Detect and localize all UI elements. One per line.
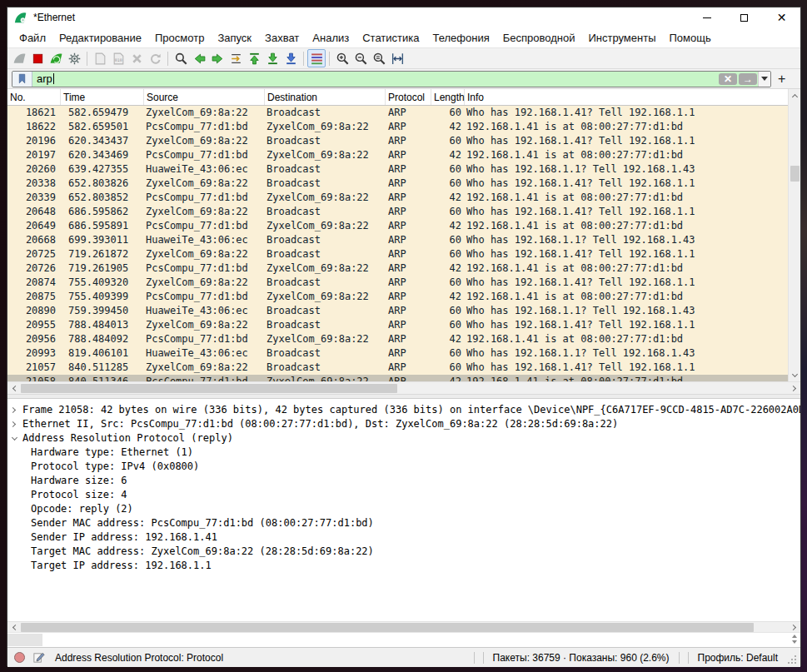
detail-line[interactable]: Target MAC address: ZyxelCom_69:8a:22 (2…	[7, 545, 800, 559]
packet-row[interactable]: 18621582.659479ZyxelCom_69:8a:22Broadcas…	[7, 106, 790, 120]
menu-item-статистика[interactable]: Статистика	[356, 29, 426, 47]
profile-button[interactable]: Профиль: Default	[698, 652, 779, 664]
find-packet-icon[interactable]	[172, 49, 190, 67]
auto-scroll-icon[interactable]	[281, 49, 300, 67]
packet-row[interactable]: 20955788.484013ZyxelCom_69:8a:22Broadcas…	[7, 318, 790, 332]
display-filter-input[interactable]: arp	[32, 72, 718, 87]
cell-length: 42	[431, 332, 465, 346]
detail-line[interactable]: Sender IP address: 192.168.1.41	[7, 530, 800, 545]
scroll-up-icon[interactable]	[792, 635, 797, 638]
go-last-icon[interactable]	[263, 49, 281, 67]
capture-options-icon[interactable]	[65, 49, 83, 67]
scroll-left-icon[interactable]	[7, 382, 20, 395]
column-header-time[interactable]: Time	[61, 89, 144, 105]
column-header-protocol[interactable]: Protocol	[386, 89, 431, 105]
mini-scroll-thumb[interactable]	[7, 634, 42, 646]
packet-row[interactable]: 20725719.261872ZyxelCom_69:8a:22Broadcas…	[7, 247, 790, 261]
packet-row[interactable]: 20890759.399450HuaweiTe_43:06:ecBroadcas…	[7, 304, 790, 318]
cell-source: PcsCompu_77:d1:bd	[144, 261, 265, 276]
go-first-icon[interactable]	[245, 49, 263, 67]
detail-line[interactable]: Target IP address: 192.168.1.1	[7, 559, 800, 573]
menu-item-анализ[interactable]: Анализ	[306, 29, 356, 47]
minimize-button[interactable]	[688, 7, 725, 27]
packet-row[interactable]: 18622582.659501PcsCompu_77:d1:bdZyxelCom…	[7, 120, 790, 134]
filter-bookmark-button[interactable]	[12, 72, 32, 87]
expert-info-button[interactable]	[14, 652, 25, 663]
go-forward-icon[interactable]	[208, 49, 227, 67]
packet-row[interactable]: 20648686.595862ZyxelCom_69:8a:22Broadcas…	[7, 205, 790, 219]
details-hscrollbar[interactable]	[7, 621, 800, 632]
go-back-icon[interactable]	[190, 49, 208, 67]
close-button[interactable]: ✕	[763, 7, 800, 27]
maximize-button[interactable]	[725, 7, 763, 27]
detail-line[interactable]: Ethernet II, Src: PcsCompu_77:d1:bd (08:…	[7, 417, 800, 431]
detail-line[interactable]: Address Resolution Protocol (reply)	[7, 431, 800, 446]
stop-capture-icon[interactable]	[28, 49, 47, 67]
detail-line[interactable]: Opcode: reply (2)	[7, 502, 800, 516]
menu-item-запуск[interactable]: Запуск	[211, 29, 258, 47]
colorize-icon[interactable]	[307, 49, 326, 67]
packet-row[interactable]: 20339652.803852PcsCompu_77:d1:bdZyxelCom…	[7, 191, 790, 205]
menu-item-редактирование[interactable]: Редактирование	[52, 29, 148, 47]
cell-protocol: ARP	[386, 318, 431, 332]
column-header-destination[interactable]: Destination	[265, 89, 386, 105]
packet-row[interactable]: 20875755.409399PcsCompu_77:d1:bdZyxelCom…	[7, 290, 790, 304]
packet-row[interactable]: 20196620.343437ZyxelCom_69:8a:22Broadcas…	[7, 134, 790, 148]
menu-item-помощь[interactable]: Помощь	[663, 29, 718, 47]
column-header-info[interactable]: Info	[465, 89, 800, 105]
hscroll-thumb[interactable]	[21, 384, 397, 393]
detail-line[interactable]: Sender MAC address: PcsCompu_77:d1:bd (0…	[7, 516, 800, 530]
detail-line[interactable]: Frame 21058: 42 bytes on wire (336 bits)…	[7, 403, 800, 417]
packet-row[interactable]: 21058840.511346PcsCompu_77:d1:bdZyxelCom…	[7, 375, 790, 381]
scroll-up-icon[interactable]	[789, 89, 801, 102]
vscroll-thumb[interactable]	[790, 166, 800, 182]
resize-grip[interactable]	[788, 655, 798, 665]
packet-row[interactable]: 20197620.343469PcsCompu_77:d1:bdZyxelCom…	[7, 148, 790, 162]
chevron-down-icon[interactable]	[11, 434, 17, 440]
chevron-right-icon[interactable]	[10, 421, 16, 427]
zoom-out-icon[interactable]	[351, 49, 370, 67]
menu-item-просмотр[interactable]: Просмотр	[148, 29, 211, 47]
cell-time: 699.393011	[61, 233, 144, 247]
go-to-packet-icon[interactable]	[227, 49, 245, 67]
column-header-no[interactable]: No.	[7, 89, 61, 105]
resize-columns-icon[interactable]	[388, 49, 406, 67]
mini-vscrollbar[interactable]	[792, 635, 797, 644]
filter-add-button[interactable]: +	[778, 72, 785, 86]
scroll-down-icon[interactable]	[792, 640, 797, 644]
packet-list-vscrollbar[interactable]	[788, 89, 800, 381]
column-header-source[interactable]: Source	[144, 89, 265, 105]
scroll-down-icon[interactable]	[789, 369, 801, 381]
packet-row[interactable]: 20668699.393011HuaweiTe_43:06:ecBroadcas…	[7, 233, 790, 247]
restart-capture-icon[interactable]	[47, 49, 65, 67]
packet-row[interactable]: 20874755.409320ZyxelCom_69:8a:22Broadcas…	[7, 276, 790, 290]
packet-list-hscrollbar[interactable]	[7, 381, 800, 394]
detail-line[interactable]: Hardware size: 6	[7, 474, 800, 488]
packet-row[interactable]: 20260639.427355HuaweiTe_43:06:ecBroadcas…	[7, 162, 790, 177]
detail-line[interactable]: Protocol size: 4	[7, 488, 800, 502]
chevron-right-icon[interactable]	[10, 407, 16, 413]
scroll-right-icon[interactable]	[788, 382, 800, 395]
packet-row[interactable]: 21057840.511285ZyxelCom_69:8a:22Broadcas…	[7, 361, 790, 375]
column-header-length[interactable]: Length	[431, 89, 465, 105]
packet-row[interactable]: 20649686.595891PcsCompu_77:d1:bdZyxelCom…	[7, 219, 790, 233]
filter-clear-button[interactable]: ✕	[719, 73, 737, 85]
menu-item-беспроводной[interactable]: Беспроводной	[496, 29, 582, 47]
menu-item-инструменты[interactable]: Инструменты	[581, 29, 662, 47]
packet-row[interactable]: 20338652.803826ZyxelCom_69:8a:22Broadcas…	[7, 177, 790, 191]
packet-row[interactable]: 20993819.406101HuaweiTe_43:06:ecBroadcas…	[7, 346, 790, 361]
packet-row[interactable]: 20726719.261905PcsCompu_77:d1:bdZyxelCom…	[7, 261, 790, 276]
detail-line[interactable]: Hardware type: Ethernet (1)	[7, 446, 800, 460]
packet-row[interactable]: 20956788.484092PcsCompu_77:d1:bdZyxelCom…	[7, 332, 790, 346]
menu-item-телефония[interactable]: Телефония	[426, 29, 496, 47]
filter-apply-button[interactable]: →	[739, 73, 757, 85]
menu-item-файл[interactable]: Файл	[12, 29, 52, 47]
capture-comment-icon[interactable]	[32, 651, 45, 664]
detail-line[interactable]: Protocol type: IPv4 (0x0800)	[7, 460, 800, 474]
details-hscroll-thumb[interactable]	[21, 623, 754, 632]
filter-dropdown-button[interactable]	[758, 72, 770, 87]
menu-item-захват[interactable]: Захват	[258, 29, 306, 47]
zoom-in-icon[interactable]	[333, 49, 351, 67]
zoom-reset-icon[interactable]	[370, 49, 388, 67]
cell-source: HuaweiTe_43:06:ec	[144, 233, 265, 247]
